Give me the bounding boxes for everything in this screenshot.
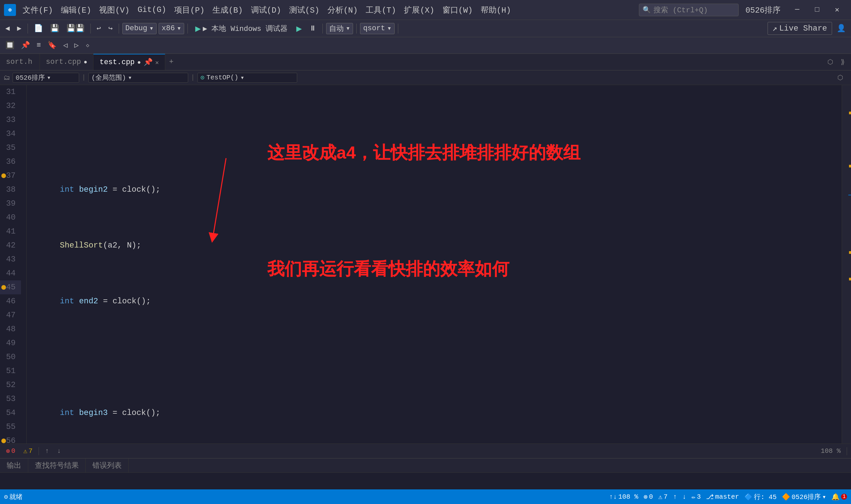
status-ready[interactable]: ⊙ 就绪 (4, 492, 23, 501)
tab-output[interactable]: 输出 (0, 458, 28, 472)
back-button[interactable]: ◀ (3, 23, 12, 34)
search-icon: 🔍 (642, 6, 651, 14)
project-name-status: 行: 45 (754, 492, 777, 501)
minimap-scrollbar[interactable] (842, 85, 851, 444)
tab-error-list[interactable]: 错误列表 (86, 458, 129, 472)
tab-sort-cpp[interactable]: sort.cpp ● (40, 54, 93, 70)
small-icon-3[interactable]: ≡ (34, 40, 43, 51)
menu-project[interactable]: 项目(P) (171, 3, 208, 17)
menu-bar: 文件(F) 编辑(E) 视图(V) Git(G) 项目(P) 生成(B) 调试(… (19, 3, 639, 17)
small-icon-6[interactable]: ▷ (71, 40, 81, 51)
menu-edit[interactable]: 编辑(E) (57, 3, 94, 17)
status-errors[interactable]: ⊗ 0 (643, 493, 653, 501)
code-editor: 31 32 33 34 35 36 37 38 39 40 41 42 43 4… (0, 85, 851, 444)
status-git-branch[interactable]: ⎇ master (706, 493, 739, 501)
small-icon-1[interactable]: 🔲 (3, 40, 17, 51)
status-git-sync[interactable]: ✏ 3 (691, 493, 701, 501)
line-num-55: 55 (0, 420, 21, 434)
menu-tools[interactable]: 工具(T) (362, 3, 399, 17)
add-tab-button[interactable]: + (165, 54, 178, 70)
menu-view[interactable]: 视图(V) (96, 3, 132, 17)
status-up-arrow[interactable]: ↑ (673, 493, 677, 501)
status-warnings[interactable]: ⚠ 7 (658, 493, 668, 501)
path-more-button[interactable]: ⬡ (835, 73, 845, 83)
status-project-bottom[interactable]: 🔷 行: 45 (744, 492, 777, 501)
menu-window[interactable]: 窗口(W) (439, 3, 476, 17)
tab-test-cpp[interactable]: test.cpp ● 📌 ✕ (93, 54, 165, 70)
menu-debug[interactable]: 调试(D) (248, 3, 285, 17)
code-line-36: int begin3 = clock(); (33, 406, 835, 420)
warning-icon: ⚠ (23, 447, 27, 455)
git-sync-count: 3 (697, 493, 701, 501)
info-right: 108 % (819, 447, 847, 455)
undo-button[interactable]: ↩ (94, 23, 104, 34)
path-scope-dropdown[interactable]: (全局范围) ▾ (88, 73, 188, 83)
arch-chevron-icon: ▾ (177, 24, 181, 33)
small-icon-4[interactable]: 🔖 (45, 40, 59, 51)
status-notification[interactable]: 🔔 1 (831, 493, 847, 501)
menu-file[interactable]: 文件(F) (19, 3, 56, 17)
tab-close-test[interactable]: ✕ (155, 59, 159, 66)
ready-label: 就绪 (9, 492, 23, 501)
warning-button[interactable]: ⚠ 7 (21, 446, 35, 456)
status-project-name[interactable]: 🔶 0526排序 ▾ (782, 492, 826, 501)
line-num-34: 34 (0, 127, 21, 141)
small-icon-2[interactable]: 📌 (18, 40, 33, 51)
path-separator1: | (82, 74, 86, 82)
small-icon-7[interactable]: ⬦ (83, 40, 92, 51)
search-box[interactable]: 🔍 搜索 (Ctrl+Q) (639, 4, 739, 16)
path-func-dropdown[interactable]: ⊙ TestOP() ▾ (197, 73, 297, 83)
arch-dropdown[interactable]: x86 ▾ (159, 23, 184, 34)
pause-button[interactable]: ⏸ (306, 23, 319, 34)
status-sync[interactable]: ↑↓ 108 % (609, 493, 638, 501)
modified-indicator2: ● (137, 59, 141, 66)
menu-test[interactable]: 测试(S) (286, 3, 323, 17)
down-arrow-button[interactable]: ↓ (55, 447, 63, 455)
func-icon: ⊙ (200, 73, 205, 82)
line-num-36: 36 (0, 155, 21, 169)
code-content[interactable]: int begin2 = clock(); ShellSort(a2, N); … (26, 85, 842, 444)
new-file-button[interactable]: 📄 (31, 23, 46, 34)
zoom-level[interactable]: 108 % (819, 447, 843, 455)
line-num-44: 44 (0, 267, 21, 281)
tab-find-results[interactable]: 查找符号结果 (28, 458, 86, 472)
config-dropdown[interactable]: Debug ▾ (122, 23, 157, 34)
code-line-35 (33, 350, 835, 364)
line-num-40: 40 (0, 211, 21, 224)
error-button[interactable]: ⊗ 0 (4, 446, 17, 456)
line-num-35: 35 (0, 141, 21, 155)
maximize-button[interactable]: □ (807, 3, 827, 17)
menu-analyze[interactable]: 分析(N) (324, 3, 361, 17)
menu-git[interactable]: Git(G) (134, 4, 170, 16)
sync-up-icon: ↑↓ (609, 493, 617, 501)
split-editor-button[interactable]: ⬡ (825, 57, 835, 67)
tab-sort-h[interactable]: sort.h (0, 54, 40, 70)
menu-help[interactable]: 帮助(H) (477, 3, 514, 17)
up-arrow-button[interactable]: ↑ (43, 447, 51, 455)
run-button[interactable]: ▶ ▶ 本地 Windows 调试器 (191, 23, 291, 34)
line-numbers: 31 32 33 34 35 36 37 38 39 40 41 42 43 4… (0, 85, 26, 444)
forward-button[interactable]: ▶ (14, 23, 24, 34)
minimize-button[interactable]: ─ (787, 3, 807, 17)
more-tabs-button[interactable]: ⟫ (838, 57, 848, 67)
scroll-marker-1 (849, 112, 851, 114)
line-num-42: 42 (0, 238, 21, 252)
play-icon: ▶ (195, 23, 201, 34)
live-share-button[interactable]: ↗ Live Share (767, 22, 832, 35)
menu-extend[interactable]: 扩展(X) (401, 3, 438, 17)
small-icon-5[interactable]: ◁ (60, 40, 70, 51)
save-button[interactable]: 💾 (48, 23, 62, 34)
share-icon: ↗ (773, 23, 777, 33)
func-dropdown[interactable]: qsort ▾ (360, 23, 394, 34)
svg-line-0 (213, 158, 226, 238)
menu-build[interactable]: 生成(B) (209, 3, 246, 17)
status-down-arrow[interactable]: ↓ (682, 493, 686, 501)
save-all-button[interactable]: 💾💾 (64, 23, 87, 34)
run-without-debug[interactable]: ▶ (294, 23, 304, 34)
close-button[interactable]: ✕ (827, 3, 847, 17)
auto-dropdown[interactable]: 自动 ▾ (326, 23, 353, 34)
user-icon[interactable]: 👤 (834, 23, 848, 34)
tab-sort-h-label: sort.h (6, 58, 32, 66)
redo-button[interactable]: ↪ (106, 23, 116, 34)
path-project-dropdown[interactable]: 0526排序 ▾ (13, 73, 79, 83)
